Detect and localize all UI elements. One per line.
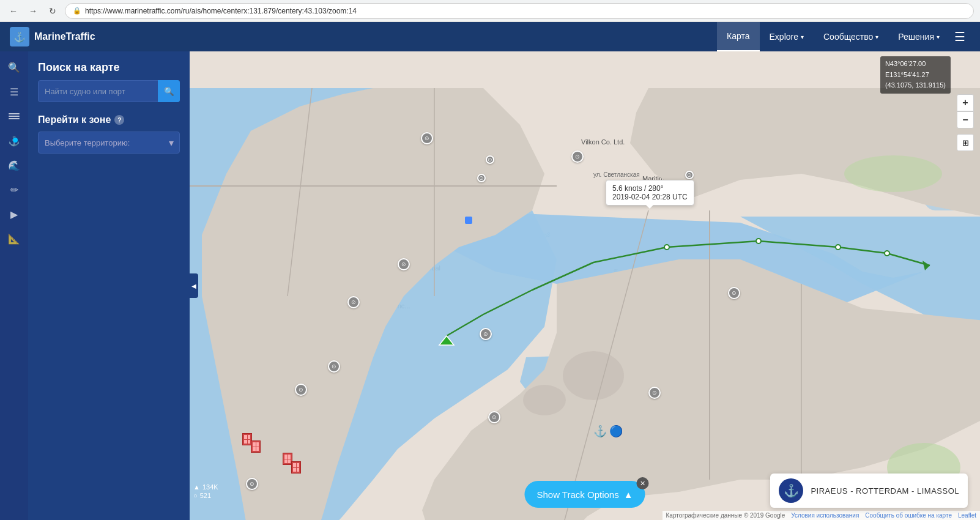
- chevron-down-icon: ▾: [875, 34, 878, 40]
- search-section: Поиск на карте 🔍: [38, 61, 180, 102]
- svg-rect-18: [465, 217, 472, 224]
- marker-marinetec[interactable]: ⊙: [488, 411, 500, 423]
- zoom-in-button[interactable]: +: [957, 94, 974, 111]
- vessels-icon: ▲: [193, 483, 200, 491]
- browser-bar: ← → ↻ 🔒 https://www.marinetraffic.com/ru…: [0, 0, 980, 22]
- search-icon: 🔍: [164, 87, 174, 96]
- show-track-label: Show Track Options: [536, 489, 618, 500]
- credits-google: Картографические данные © 2019 Google: [666, 512, 785, 519]
- marker-small1[interactable]: ⊙: [480, 328, 492, 340]
- help-icon[interactable]: ?: [114, 115, 124, 125]
- ports-icon: ○: [193, 492, 198, 499]
- track-close-button[interactable]: ✕: [637, 477, 649, 489]
- ad-logo-icon: ⚓: [784, 483, 799, 498]
- tooltip-speed: 5.6 knots / 280°: [612, 184, 688, 193]
- zone-title: Перейти к зоне ?: [38, 114, 180, 125]
- map-zoom-controls: + −: [957, 94, 974, 128]
- marker-small3[interactable]: ⊙: [295, 384, 307, 396]
- credits-terms[interactable]: Условия использования: [791, 512, 859, 519]
- credits-report[interactable]: Сообщить об ошибке на карте: [865, 512, 952, 519]
- notification-dot: [13, 138, 18, 143]
- search-title: Поиск на карте: [38, 61, 180, 74]
- sidebar-ships-icon[interactable]: ⚓: [3, 130, 25, 152]
- layers-icon: ⊞: [962, 138, 969, 147]
- map-background: Profinet Co Ltd Vilkon Co. Ltd. Maritime…: [190, 51, 980, 520]
- sidebar-filter-icon[interactable]: ☰: [3, 81, 25, 103]
- menu-icon[interactable]: ☰: [949, 29, 970, 44]
- marker-manchzhur[interactable]: ⊙: [648, 387, 661, 399]
- nav-item-explore[interactable]: Explore ▾: [760, 22, 814, 51]
- map-svg: [190, 51, 980, 520]
- vessels-count: 134K: [202, 483, 218, 491]
- coordinates-box: N43°06'27.00 E131°54'41.27 (43.1075, 131…: [880, 56, 951, 94]
- svg-point-9: [523, 385, 566, 415]
- sidebar-icon-column: 🔍 ☰ ⚓ 🌊 ✏: [0, 51, 28, 520]
- back-button[interactable]: ←: [6, 4, 21, 18]
- nav-item-map[interactable]: Карта: [717, 22, 759, 51]
- logo-text: MarineTraffic: [34, 31, 95, 42]
- map-stats: ▲ 134K ○ 521: [193, 483, 218, 500]
- coord-lat: N43°06'27.00: [885, 59, 946, 70]
- url-bar[interactable]: 🔒 https://www.marinetraffic.com/ru/ais/h…: [65, 3, 974, 19]
- sidebar-play-icon[interactable]: ▶: [3, 203, 25, 225]
- map-area[interactable]: Profinet Co Ltd Vilkon Co. Ltd. Maritime…: [190, 51, 980, 520]
- ad-text: PIRAEUS - ROTTERDAM - LIMASSOL: [811, 486, 959, 496]
- sidebar-collapse-button[interactable]: ◀: [190, 273, 198, 298]
- nav-item-community[interactable]: Сообщество ▾: [814, 22, 888, 51]
- zoom-out-button[interactable]: −: [957, 111, 974, 128]
- sidebar-panel: Поиск на карте 🔍 Перейти к зоне ?: [28, 51, 190, 520]
- chevron-down-icon: ▾: [801, 34, 804, 40]
- sidebar: 🔍 ☰ ⚓ 🌊 ✏: [0, 51, 190, 520]
- ship-marker-anchor[interactable]: ⚓: [593, 425, 607, 438]
- top-navigation: ⚓ MarineTraffic Карта Explore ▾ Сообщест…: [0, 22, 980, 51]
- svg-point-8: [563, 351, 624, 400]
- marker-vilkon[interactable]: ⊙: [571, 150, 584, 163]
- sidebar-search-icon[interactable]: 🔍: [3, 56, 25, 78]
- show-track-options-bar[interactable]: Show Track Options ▲ ✕: [524, 481, 645, 508]
- marker-orient[interactable]: ⊙: [728, 287, 740, 299]
- sidebar-layers-icon[interactable]: [3, 105, 25, 127]
- sidebar-measure-icon[interactable]: 📐: [3, 228, 25, 250]
- sidebar-tools-icon[interactable]: ✏: [3, 179, 25, 201]
- zone-section: Перейти к зоне ? Выберите территорию:: [38, 114, 180, 154]
- coord-decimal: (43.1075, 131.9115): [885, 80, 946, 91]
- sidebar-weather-icon[interactable]: 🌊: [3, 154, 25, 176]
- ad-logo: ⚓: [779, 478, 803, 503]
- leaflet-link[interactable]: Leaflet: [958, 512, 976, 519]
- marker-star[interactable]: ⊙: [398, 258, 410, 270]
- search-input-wrapper: 🔍: [38, 80, 180, 102]
- search-button[interactable]: 🔍: [158, 80, 180, 102]
- forward-button[interactable]: →: [26, 4, 40, 18]
- track-arrow-icon: ▲: [624, 489, 633, 500]
- ship-marker-blue[interactable]: 🔵: [609, 425, 623, 438]
- url-text: https://www.marinetraffic.com/ru/ais/hom…: [85, 7, 357, 15]
- marker-small6[interactable]: ⊙: [685, 171, 694, 179]
- zone-select-wrapper: Выберите территорию:: [38, 132, 180, 154]
- ad-banner[interactable]: ⚓ PIRAEUS - ROTTERDAM - LIMASSOL: [770, 474, 968, 508]
- nav-item-solutions[interactable]: Решения ▾: [888, 22, 949, 51]
- map-layers-button[interactable]: ⊞: [957, 134, 974, 151]
- chevron-down-icon: ▾: [937, 34, 940, 40]
- marker-profinet[interactable]: ⊙: [421, 132, 433, 144]
- marker-small2[interactable]: ⊙: [328, 360, 340, 373]
- nav-items: Карта Explore ▾ Сообщество ▾ Решения ▾: [717, 22, 949, 51]
- tooltip-datetime: 2019-02-04 20:28 UTC: [612, 193, 688, 201]
- zone-select[interactable]: Выберите территорию:: [38, 132, 180, 154]
- logo-icon: ⚓: [10, 27, 29, 46]
- ports-count: 521: [200, 492, 211, 499]
- building-marker-4: [291, 461, 301, 474]
- marker-osa[interactable]: ⊙: [347, 296, 360, 308]
- coord-lon: E131°54'41.27: [885, 70, 946, 81]
- refresh-button[interactable]: ↻: [45, 4, 60, 18]
- map-credits: Картографические данные © 2019 Google Ус…: [663, 511, 980, 520]
- marker-small5[interactable]: ⊙: [486, 155, 494, 164]
- marker-belsu[interactable]: ⊙: [246, 478, 258, 490]
- logo-area: ⚓ MarineTraffic: [10, 27, 95, 46]
- marker-small4[interactable]: ⊙: [477, 174, 486, 182]
- svg-point-17: [844, 155, 942, 192]
- building-marker-2: [251, 440, 261, 453]
- vessel-tooltip: 5.6 knots / 280° 2019-02-04 20:28 UTC: [606, 180, 694, 206]
- lock-icon: 🔒: [73, 7, 81, 15]
